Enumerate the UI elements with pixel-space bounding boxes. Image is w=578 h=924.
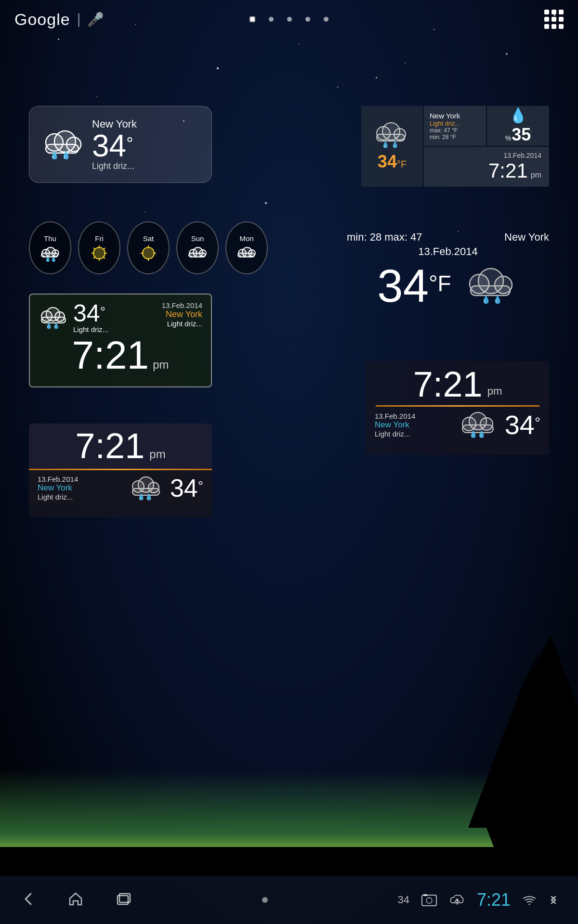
svg-rect-59 bbox=[422, 895, 436, 906]
widget-top-right-group[interactable]: 💧 💧 34 °F New York Light driz... max: 47… bbox=[361, 106, 549, 187]
wtr-ampm: pm bbox=[531, 171, 541, 180]
clock2-ampm: pm bbox=[149, 448, 165, 461]
wtr-city: New York bbox=[430, 112, 480, 120]
clock1-time-display: 7:21 pm bbox=[39, 335, 202, 375]
mid-right-header: min: 28 max: 47 New York bbox=[347, 231, 549, 244]
wtr-condition: Light driz... bbox=[430, 120, 480, 127]
wtr-humidity-display: % 35 bbox=[505, 125, 531, 145]
widget-clock-weather-2[interactable]: 7:21 pm 13.Feb.2014 New York Light driz.… bbox=[29, 424, 212, 517]
nav-recents-button[interactable] bbox=[114, 890, 132, 910]
main-weather-info: New York 34 ° Light driz... bbox=[92, 118, 200, 171]
wtr-humidity-cell: 💧 % 35 bbox=[487, 106, 549, 146]
nav-sync-icon bbox=[449, 893, 465, 907]
clock3-desc: Light driz... bbox=[375, 430, 453, 438]
clock2-desc: Light driz... bbox=[38, 493, 123, 501]
nav-left-icons bbox=[19, 890, 132, 910]
mid-temp-unit: °F bbox=[429, 270, 451, 296]
widget-clock-weather-3[interactable]: 7:21 pm 13.Feb.2014 New York Light driz.… bbox=[366, 361, 549, 455]
wtr-max: max: 47 °F bbox=[430, 127, 480, 134]
widget-clock-weather-1[interactable]: 💧💧 34 ° Light driz... 13.Feb.2014 New Yo… bbox=[29, 294, 212, 387]
svg-rect-35 bbox=[377, 134, 405, 141]
microphone-icon[interactable]: 🎤 bbox=[87, 12, 104, 27]
wtr-datetime-cell: 13.Feb.2014 7:21 pm bbox=[424, 147, 549, 187]
google-logo[interactable]: Google | 🎤 bbox=[14, 10, 104, 29]
clock1-weather: 💧💧 34 ° Light driz... bbox=[39, 301, 108, 334]
svg-text:💧 💧: 💧 💧 bbox=[381, 141, 399, 149]
forecast-icon-sat bbox=[137, 244, 159, 262]
wtr-temp: 34 bbox=[378, 152, 397, 172]
clock3-time: 7:21 bbox=[413, 367, 483, 402]
main-description: Light driz... bbox=[92, 161, 200, 171]
clock3-city: New York bbox=[375, 420, 453, 430]
clock1-header: 💧💧 34 ° Light driz... 13.Feb.2014 New Yo… bbox=[39, 301, 202, 334]
clock3-info: 13.Feb.2014 New York Light driz... bbox=[375, 412, 453, 438]
clock3-cloud-icon: 💧💧 bbox=[460, 411, 498, 439]
forecast-day-sun[interactable]: Sun bbox=[176, 221, 219, 274]
page-dot-1[interactable] bbox=[250, 16, 255, 22]
wtr-temp-unit: °F bbox=[397, 159, 407, 170]
forecast-label-sun: Sun bbox=[191, 234, 204, 243]
main-weather-icon: 💧 💧 bbox=[41, 128, 84, 161]
mid-city: New York bbox=[504, 231, 549, 244]
clock2-temp-display: 34 ° bbox=[170, 475, 203, 500]
svg-rect-31 bbox=[238, 253, 254, 257]
nav-back-button[interactable] bbox=[19, 890, 38, 910]
clock2-cloud-icon: 💧💧 bbox=[130, 475, 163, 501]
svg-line-15 bbox=[93, 248, 95, 250]
wtr-cloud-icon: 💧 💧 bbox=[373, 121, 411, 149]
page-dot-3[interactable] bbox=[287, 17, 292, 22]
wtr-min: min: 28 °F bbox=[430, 134, 480, 141]
forecast-day-fri[interactable]: Fri bbox=[78, 221, 120, 274]
wtr-weather-cell: 💧 💧 34 °F bbox=[361, 106, 423, 187]
forecast-strip: Thu 💧💧 Fri Sa bbox=[29, 221, 268, 274]
clock3-weather-section: 13.Feb.2014 New York Light driz... 💧💧 34… bbox=[366, 407, 549, 443]
google-wordmark: Google bbox=[14, 10, 70, 29]
nav-bluetooth-icon bbox=[548, 893, 559, 907]
clock2-city: New York bbox=[38, 483, 123, 493]
clock3-ampm: pm bbox=[487, 385, 502, 398]
clock3-time-section: 7:21 pm bbox=[366, 361, 549, 405]
wtr-datetime: 13.Feb.2014 7:21 pm bbox=[488, 152, 541, 182]
clock1-temp-display: 34 ° bbox=[73, 301, 108, 325]
forecast-label-fri: Fri bbox=[95, 234, 104, 243]
nav-wifi-icon bbox=[522, 894, 537, 906]
mid-temp: 34 bbox=[377, 263, 429, 309]
clock1-temp-block: 34 ° Light driz... bbox=[73, 301, 108, 334]
clock1-desc2: Light driz... bbox=[162, 320, 202, 328]
widget-main-weather[interactable]: 💧 💧 New York 34 ° Light driz... bbox=[29, 106, 212, 183]
clock1-city: New York bbox=[162, 309, 202, 320]
clock3-temp-display: 34 ° bbox=[505, 411, 540, 438]
main-temp: 34 bbox=[92, 130, 126, 161]
topbar: Google | 🎤 bbox=[0, 0, 578, 38]
main-temp-unit: ° bbox=[126, 135, 133, 153]
clock2-date: 13.Feb.2014 bbox=[38, 475, 123, 483]
page-dot-2[interactable] bbox=[269, 17, 274, 22]
forecast-icon-sun bbox=[186, 244, 209, 262]
page-dot-4[interactable] bbox=[305, 17, 310, 22]
app-grid-button[interactable] bbox=[544, 10, 564, 29]
svg-text:💧 💧: 💧 💧 bbox=[50, 151, 71, 159]
forecast-day-mon[interactable]: Mon bbox=[225, 221, 268, 274]
clock3-date: 13.Feb.2014 bbox=[375, 412, 453, 420]
wtr-temp-display: 34 °F bbox=[378, 152, 407, 172]
forecast-day-sat[interactable]: Sat bbox=[127, 221, 170, 274]
forecast-day-thu[interactable]: Thu 💧💧 bbox=[29, 221, 71, 274]
wtr-date: 13.Feb.2014 bbox=[488, 152, 541, 159]
wtr-time: 7:21 bbox=[488, 159, 528, 182]
nav-home-button[interactable] bbox=[66, 890, 85, 910]
mid-date: 13.Feb.2014 bbox=[347, 245, 549, 258]
wtr-humidity-pct: 35 bbox=[512, 125, 531, 145]
mid-minmax: min: 28 max: 47 bbox=[347, 231, 422, 244]
svg-line-18 bbox=[93, 257, 95, 258]
clock2-weather-section: 13.Feb.2014 New York Light driz... 💧💧 34… bbox=[29, 470, 212, 506]
page-dot-5[interactable] bbox=[324, 17, 328, 22]
nav-center-indicator bbox=[262, 897, 268, 903]
widget-mid-right[interactable]: min: 28 max: 47 New York 13.Feb.2014 34 … bbox=[347, 231, 549, 309]
svg-point-19 bbox=[143, 247, 154, 259]
clock2-time-display: 7:21 pm bbox=[39, 428, 202, 464]
svg-line-17 bbox=[103, 248, 105, 250]
mid-temp-row: 34 °F 💧 💧 bbox=[347, 263, 549, 309]
svg-text:💧💧: 💧💧 bbox=[45, 322, 60, 329]
wtr-time-display: 7:21 pm bbox=[488, 159, 541, 182]
forecast-icon-thu: 💧💧 bbox=[39, 244, 61, 262]
